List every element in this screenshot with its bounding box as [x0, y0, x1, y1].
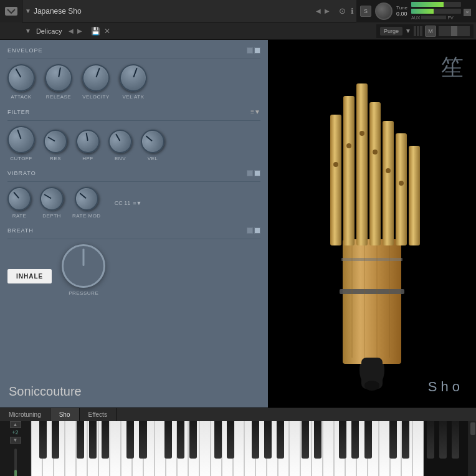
env-knob[interactable]	[104, 125, 136, 158]
velatk-knob-item: VEL ATK	[120, 64, 147, 100]
black-key-17[interactable]	[252, 421, 259, 459]
m-button[interactable]: M	[425, 26, 436, 37]
black-key-12[interactable]	[189, 421, 197, 459]
preset-arrow-right[interactable]: ▶	[75, 27, 84, 34]
pressure-knob[interactable]	[62, 244, 105, 288]
white-key-a5[interactable]	[323, 421, 334, 476]
hpf-knob-item: HPF	[76, 130, 100, 161]
delete-icon[interactable]: ✕	[102, 27, 112, 36]
piano-scroll[interactable]	[469, 421, 476, 476]
envelope-toggle-1[interactable]	[247, 47, 253, 54]
white-key-g4[interactable]	[233, 421, 244, 476]
black-key-15[interactable]	[227, 421, 234, 459]
black-key-33[interactable]	[452, 421, 459, 459]
black-key-26[interactable]	[364, 421, 372, 459]
velocity-knob[interactable]	[79, 60, 113, 95]
preset-name: Delicacy	[31, 27, 67, 35]
black-key-5[interactable]	[102, 421, 109, 459]
preset-dropdown-arrow[interactable]: ▼	[25, 27, 31, 34]
top-bar: ▼ Japanese Sho ◀ ▶ ⊙ ℹ S Tune 0.00 AUX P…	[0, 0, 476, 22]
black-key-3[interactable]	[77, 421, 84, 459]
purge-arrow[interactable]: ▼	[405, 27, 411, 34]
info-icon[interactable]: ℹ	[348, 7, 356, 16]
breath-label: BREATH	[7, 227, 34, 234]
tab-microtuning[interactable]: Microtuning	[0, 408, 50, 421]
hpf-label: HPF	[82, 156, 93, 161]
ratemod-knob[interactable]	[70, 182, 103, 216]
white-key-e5[interactable]	[289, 421, 300, 476]
vibrato-divider	[7, 181, 260, 182]
black-key-22[interactable]	[314, 421, 321, 459]
filter-header: FILTER ≡▼	[7, 108, 260, 115]
inhale-button[interactable]: INHALE	[7, 269, 52, 283]
cc-menu-icon[interactable]: ≡▼	[133, 200, 141, 206]
left-panel: ENVELOPE ATTACK RELEASE VELOCIT	[0, 40, 268, 407]
second-bar: ▼ Delicacy ◀ ▶ 💾 ✕ Purge ▼ M	[0, 22, 476, 40]
octave-down-button[interactable]: ▼	[10, 437, 21, 444]
dropdown-arrow[interactable]: ▼	[22, 7, 34, 14]
black-key-19[interactable]	[277, 421, 284, 459]
white-key-f2[interactable]	[65, 421, 76, 476]
camera-icon[interactable]: ⊙	[336, 6, 348, 16]
attack-knob[interactable]	[2, 59, 40, 97]
piano-keys[interactable]: C3 C4 C5	[31, 421, 469, 476]
white-key-c3[interactable]: C3	[110, 421, 121, 476]
white-key-b6[interactable]	[412, 421, 424, 476]
breath-toggle-1[interactable]	[247, 227, 253, 234]
black-key-1[interactable]	[52, 421, 59, 459]
depth-knob[interactable]	[36, 183, 68, 215]
black-key-8[interactable]	[139, 421, 146, 459]
black-key-31[interactable]	[427, 421, 434, 459]
black-key-25[interactable]	[351, 421, 359, 459]
breath-toggle-2[interactable]	[254, 227, 260, 234]
velocity-label: VELOCITY	[82, 94, 110, 100]
black-key-10[interactable]	[164, 421, 172, 459]
white-key-d4[interactable]	[199, 421, 211, 476]
breath-divider	[7, 239, 260, 239]
purge-label[interactable]: Purge	[380, 27, 402, 36]
env-label: ENV	[115, 156, 126, 161]
scroll-thumb[interactable]	[470, 422, 475, 435]
preset-arrow-left[interactable]: ◀	[67, 27, 75, 34]
vel-label: VEL	[148, 156, 158, 161]
black-key-4[interactable]	[89, 421, 97, 459]
black-key-24[interactable]	[339, 421, 346, 459]
velatk-knob[interactable]	[116, 60, 151, 95]
arrow-left-btn[interactable]: ◀	[314, 7, 323, 14]
vibrato-toggle-1[interactable]	[247, 170, 253, 176]
logo-icon	[5, 7, 17, 16]
octave-up-button[interactable]: ▲	[10, 421, 21, 428]
black-key-7[interactable]	[126, 421, 134, 459]
save-icon[interactable]: 💾	[89, 27, 102, 36]
filter-menu-icon[interactable]: ≡▼	[250, 108, 260, 115]
hpf-knob[interactable]	[74, 128, 102, 155]
tab-effects[interactable]: Effects	[80, 408, 117, 421]
vel-knob[interactable]	[136, 125, 169, 158]
level-bar-1	[414, 26, 416, 36]
close-button[interactable]: ×	[464, 9, 471, 16]
tab-sho[interactable]: Sho	[50, 408, 80, 421]
black-key-18[interactable]	[264, 421, 272, 459]
tune-knob[interactable]	[375, 2, 393, 20]
arrow-right-btn[interactable]: ▶	[323, 7, 331, 14]
black-key-14[interactable]	[214, 421, 222, 459]
black-key-32[interactable]	[439, 421, 447, 459]
black-key-21[interactable]	[302, 421, 309, 459]
rate-knob[interactable]	[2, 182, 36, 216]
cutoff-knob[interactable]	[4, 122, 39, 157]
vibrato-toggle-2[interactable]	[254, 170, 260, 176]
svg-point-23	[364, 381, 379, 391]
level-bars	[414, 26, 422, 36]
pan-slider[interactable]	[439, 26, 470, 36]
white-key-f6[interactable]	[379, 421, 390, 476]
black-key-29[interactable]	[402, 421, 409, 459]
envelope-toggle-2[interactable]	[254, 47, 260, 54]
res-knob[interactable]	[39, 125, 72, 158]
black-key-28[interactable]	[389, 421, 397, 459]
release-knob[interactable]	[43, 62, 75, 94]
black-key-0[interactable]	[39, 421, 47, 459]
s-button[interactable]: S	[360, 6, 371, 17]
filter-section: FILTER ≡▼ CUTOFF RES HPF	[7, 108, 260, 161]
black-key-11[interactable]	[177, 421, 184, 459]
vibrato-header: VIBRATO	[7, 170, 260, 176]
